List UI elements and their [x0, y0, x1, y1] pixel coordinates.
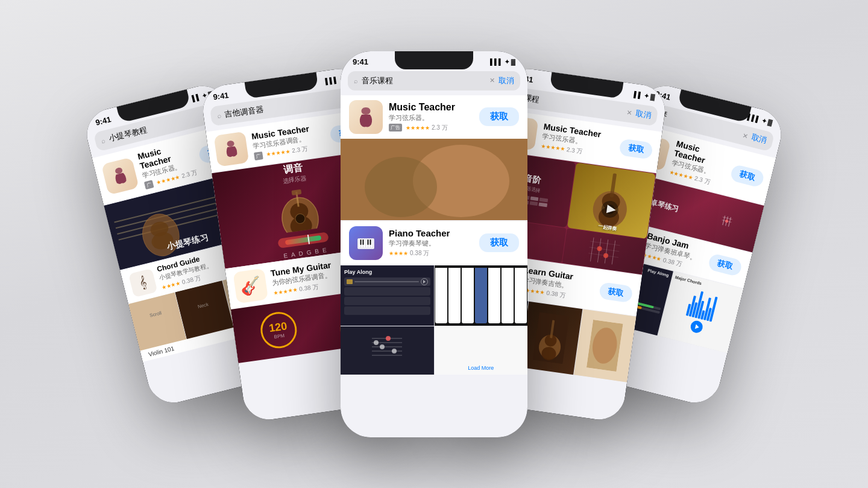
lesson-thumb-3: [574, 309, 637, 382]
app-info-right-mid: Music Teacher 学习弦乐器。 ★★★★★ 2.3 万: [540, 121, 616, 160]
stars-right-mid: ★★★★★: [541, 143, 565, 152]
play-triangle: [423, 280, 426, 284]
load-more-thumb: Load More: [435, 326, 528, 375]
play-btn-waveform[interactable]: [690, 319, 704, 334]
svg-point-50: [380, 344, 385, 349]
guitar-photo-svg: [583, 167, 640, 233]
meter-needle: [307, 234, 310, 244]
svg-rect-40: [363, 239, 364, 245]
svg-point-51: [386, 336, 391, 341]
piano-teacher-name: Piano Teacher: [389, 228, 473, 238]
meter-bar: [277, 232, 329, 249]
chord-guide-icon: 𝄞: [128, 268, 157, 297]
play-along-label: Play Along: [344, 269, 430, 275]
clear-btn-right-mid[interactable]: ✕: [626, 108, 633, 116]
wk3: [462, 268, 474, 323]
piano-keys-thumb: [435, 265, 528, 326]
fret-cell: [530, 196, 538, 201]
svg-line-64: [590, 241, 620, 245]
hand-svg: [587, 319, 623, 371]
guitar-photo-thumb: 一起弹奏: [567, 162, 655, 238]
sheet-music-thumb: [341, 326, 434, 375]
string-d: D: [298, 250, 304, 257]
svg-rect-39: [360, 239, 362, 245]
play-row-1: [344, 277, 430, 286]
rating-count-center: 2.3 万: [432, 124, 448, 132]
clear-btn-far-right[interactable]: ✕: [741, 131, 749, 140]
string-e2: E: [322, 246, 327, 253]
app-info-left-mid: Music Teacher 学习弦乐器调音。 广 ★★★★★ 2.3 万: [251, 121, 327, 160]
time-center: 9:41: [353, 57, 368, 66]
svg-line-63: [612, 240, 615, 264]
piano-stars: ★★★★: [389, 250, 408, 256]
music-teacher-logo-center: [354, 105, 378, 129]
fret-cell: [529, 201, 538, 206]
search-icon-far-left: ⌕: [101, 136, 107, 144]
play-row-2: [344, 287, 430, 296]
svg-rect-43: [369, 329, 405, 372]
rating-count-left-mid: 2.3 万: [291, 144, 308, 155]
get-btn-piano[interactable]: 获取: [479, 233, 519, 252]
featured-app-center: Music Teacher 学习弦乐器。 广告 ★★★★★ 2.3 万 获取: [341, 95, 527, 220]
svg-line-60: [591, 237, 594, 261]
tuner-header: 调音 选择乐器: [280, 161, 307, 185]
get-btn-banjo[interactable]: 获取: [707, 253, 743, 277]
app-icon-left-mid: [214, 131, 250, 166]
get-btn-right-mid[interactable]: 获取: [618, 138, 653, 159]
fret-cell: [539, 197, 548, 202]
svg-point-28: [470, 176, 500, 210]
bpm-number: 120: [268, 320, 288, 335]
piano-teacher-rating: ★★★★ 0.38 万: [389, 249, 473, 258]
app-info-far-right: Music Teacher 学习弦乐器。 ★★★★★ 2.3 万: [668, 138, 731, 189]
svg-line-65: [590, 247, 620, 251]
time-far-left: 9:41: [95, 115, 112, 127]
play-along-rows: [344, 277, 430, 322]
string-a: A: [291, 251, 295, 258]
string-b: B: [315, 247, 319, 255]
piano-teacher-item: Piano Teacher 学习弹奏琴键。 ★★★★ 0.38 万 获取: [341, 221, 527, 265]
clear-btn-center[interactable]: ✕: [489, 77, 495, 84]
sheet-svg: [369, 329, 405, 372]
play-bar: [354, 281, 419, 282]
wk6: [502, 268, 514, 323]
guitar-svg: [260, 183, 338, 235]
learn-guitar-info: Learn Guitar 学习弹奏吉他。 ★★★★★ 0.38 万: [520, 265, 596, 303]
chord-icon-1: [719, 214, 734, 228]
app-name-center: Music Teacher: [389, 102, 473, 113]
music-teacher-logo-left-mid: [219, 136, 244, 161]
play-indicator: [347, 279, 353, 284]
get-btn-center[interactable]: 获取: [479, 107, 519, 126]
search-icon-left-mid: ⌕: [216, 112, 222, 119]
search-bar-center[interactable]: ⌕ 音乐课程 ✕ 取消: [348, 71, 520, 90]
waveform-bars: [686, 286, 719, 322]
search-text-center: 音乐课程: [362, 75, 486, 86]
svg-line-66: [589, 253, 619, 257]
get-btn-far-right[interactable]: 获取: [729, 163, 765, 188]
music-teacher-logo-far-left: [107, 163, 133, 189]
wk5: [488, 268, 500, 323]
guitar-lesson-svg: [533, 312, 570, 364]
piano-count: 0.38 万: [410, 249, 429, 258]
cancel-btn-center[interactable]: 取消: [498, 75, 514, 86]
ad-badge-center: 广告: [389, 124, 402, 132]
get-btn-learn[interactable]: 获取: [599, 282, 633, 303]
svg-point-52: [392, 349, 397, 353]
play-row-3: [344, 297, 430, 305]
cancel-btn-right-mid[interactable]: 取消: [635, 108, 652, 121]
play-along-thumb: Play Along: [341, 265, 434, 326]
svg-point-49: [374, 340, 379, 345]
string-g: G: [306, 249, 312, 256]
svg-line-62: [605, 239, 609, 263]
cancel-btn-far-right[interactable]: 取消: [750, 132, 768, 146]
string-e: E: [283, 252, 288, 259]
wk2: [448, 268, 461, 323]
phone-center: 9:41 ▌▌▌ ✦ ▓ ⌕ 音乐课程 ✕ 取消: [341, 51, 527, 437]
svg-rect-27: [458, 178, 488, 220]
piano-screenshots: Play Along: [341, 265, 527, 326]
wk7: [515, 268, 527, 323]
wk1: [435, 268, 447, 323]
stars-center: ★★★★★: [406, 125, 430, 131]
piano-teacher-icon: [349, 226, 383, 260]
app-info-center: Music Teacher 学习弦乐器。 广告 ★★★★★ 2.3 万: [389, 102, 473, 132]
piano-teacher-subtitle: 学习弹奏琴键。: [389, 239, 473, 248]
